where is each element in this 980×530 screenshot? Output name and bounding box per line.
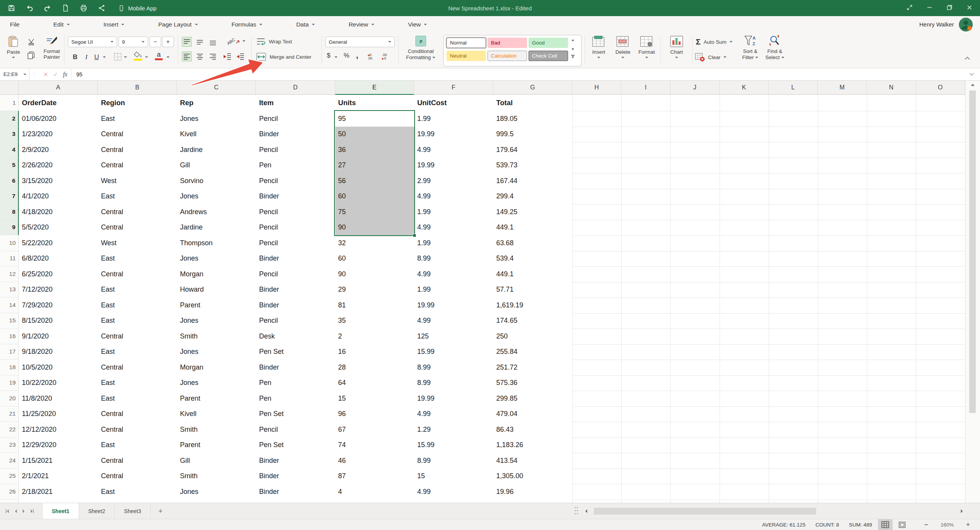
formula-input[interactable]: 95 [72,71,969,78]
cell-A22[interactable]: 12/12/2020 [19,422,98,438]
menu-review[interactable]: Review [349,21,374,28]
insert-function-icon[interactable]: fx [63,71,68,78]
cell-A20[interactable]: 11/8/2020 [19,391,98,406]
font-name-select[interactable]: Segoe UI [68,36,117,47]
cell-F18[interactable]: 8.99 [414,360,493,375]
empty-cells-region[interactable] [572,95,965,503]
column-header-E[interactable]: E [335,81,414,95]
cell-D7[interactable]: Binder [256,189,335,205]
cell-G24[interactable]: 413.54 [493,453,572,469]
cell-A27[interactable]: 3/7/2021 [19,500,98,503]
fill-color-icon[interactable] [133,51,143,61]
align-left-button[interactable] [182,51,192,61]
share-icon[interactable] [98,4,105,12]
cell-C24[interactable]: Gill [177,453,256,469]
column-header-C[interactable]: C [177,81,256,95]
cell-C2[interactable]: Jones [177,111,256,127]
column-header-M[interactable]: M [818,81,867,95]
cell-A13[interactable]: 7/12/2020 [19,282,98,298]
cell-C19[interactable]: Jones [177,375,256,391]
column-header-A[interactable]: A [19,81,98,95]
new-document-icon[interactable] [62,4,69,12]
cell-F25[interactable]: 15 [414,469,493,484]
first-sheet-icon[interactable] [5,509,9,513]
cell-G11[interactable]: 539.4 [493,251,572,267]
cell-F12[interactable]: 4.99 [414,266,493,282]
cell-G1[interactable]: Total [493,95,572,111]
cell-G26[interactable]: 19.96 [493,484,572,500]
previous-sheet-icon[interactable] [14,509,17,513]
copy-icon[interactable] [27,51,35,59]
column-header-F[interactable]: F [414,81,493,95]
cell-F20[interactable]: 19.99 [414,391,493,406]
column-header-B[interactable]: B [98,81,177,95]
cut-icon[interactable] [28,38,36,46]
cell-B7[interactable]: East [98,189,177,205]
cell-C20[interactable]: Parent [177,391,256,406]
cell-D8[interactable]: Pencil [256,204,335,220]
row-header-7[interactable]: 7 [0,189,19,205]
cell-A16[interactable]: 9/1/2020 [19,329,98,344]
cell-G10[interactable]: 63.68 [493,235,572,251]
cell-C27[interactable]: Sorvino [177,500,256,503]
name-box[interactable]: E2:E9 [0,68,30,80]
cell-E15[interactable]: 35 [335,313,414,329]
scroll-up-icon[interactable] [965,81,980,86]
cell-E22[interactable]: 67 [335,422,414,438]
decrease-indent-icon[interactable] [222,51,232,61]
select-all-corner[interactable] [0,81,19,95]
column-header-D[interactable]: D [256,81,335,95]
row-header-13[interactable]: 13 [0,282,19,298]
italic-button[interactable]: I [82,52,91,63]
cell-C9[interactable]: Jardine [177,220,256,236]
cell-B14[interactable]: East [98,297,177,313]
cell-D16[interactable]: Desk [256,329,335,344]
cell-C16[interactable]: Smith [177,329,256,344]
style-chip-check-cell[interactable]: Check Cell [529,51,568,61]
cell-D3[interactable]: Binder [256,127,335,142]
cell-E12[interactable]: 90 [335,266,414,282]
add-sheet-button[interactable]: + [151,503,170,519]
cell-A25[interactable]: 2/1/2021 [19,469,98,484]
column-header-J[interactable]: J [670,81,720,95]
styles-scroll-up-icon[interactable]: ▲ [571,38,575,42]
normal-view-button[interactable] [878,519,893,530]
cell-D9[interactable]: Pencil [256,220,335,236]
row-header-8[interactable]: 8 [0,204,19,220]
comma-format-button[interactable]: , [356,50,358,60]
zoom-in-button[interactable]: + [966,521,970,529]
style-chip-neutral[interactable]: Neutral [446,51,486,61]
cell-D15[interactable]: Pencil [256,313,335,329]
cell-D11[interactable]: Binder [256,251,335,267]
cell-F8[interactable]: 1.99 [414,204,493,220]
cell-G17[interactable]: 255.84 [493,344,572,360]
cell-D18[interactable]: Binder [256,360,335,375]
row-header-20[interactable]: 20 [0,391,19,406]
conditional-formatting-button[interactable]: ≠ ConditionalFormatting [401,36,440,61]
cell-E27[interactable]: 7 [335,500,414,503]
cell-C25[interactable]: Smith [177,469,256,484]
cell-G22[interactable]: 86.43 [493,422,572,438]
cell-B22[interactable]: Central [98,422,177,438]
underline-button[interactable]: U [92,52,101,63]
cell-E4[interactable]: 36 [335,142,414,158]
cell-E11[interactable]: 60 [335,251,414,267]
cell-A17[interactable]: 9/18/2020 [19,344,98,360]
row-header-22[interactable]: 22 [0,422,19,438]
cell-G21[interactable]: 479.04 [493,406,572,422]
sheet-tab-sheet3[interactable]: Sheet3 [115,503,150,519]
fill-handle[interactable] [413,234,416,237]
cell-G23[interactable]: 1,183.26 [493,438,572,453]
menu-insert[interactable]: Insert [104,21,125,28]
cell-A26[interactable]: 2/18/2021 [19,484,98,500]
cell-F9[interactable]: 4.99 [414,220,493,236]
cell-A12[interactable]: 6/25/2020 [19,266,98,282]
column-header-I[interactable]: I [621,81,670,95]
cell-G5[interactable]: 539.73 [493,158,572,173]
cell-G18[interactable]: 251.72 [493,360,572,375]
cell-E9[interactable]: 90 [335,220,414,236]
cell-F11[interactable]: 8.99 [414,251,493,267]
align-right-button[interactable] [208,51,218,61]
cell-E5[interactable]: 27 [335,158,414,173]
cell-B15[interactable]: East [98,313,177,329]
